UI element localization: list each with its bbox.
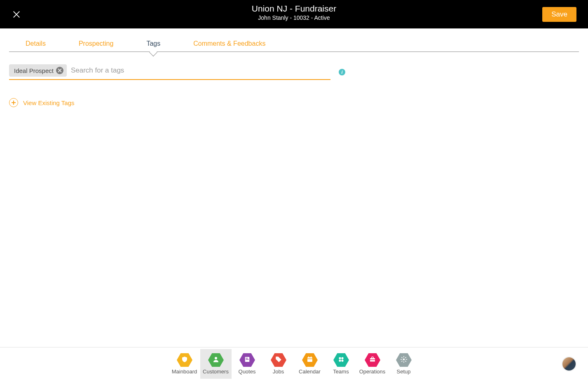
nav-item-label: Mainboard <box>172 368 197 375</box>
close-icon <box>58 68 62 73</box>
nav-item-label: Teams <box>333 368 349 375</box>
teams-icon <box>333 353 349 367</box>
tab-bar: Details Prospecting Tags Comments & Feed… <box>9 36 579 52</box>
tag-chip: Ideal Prospect <box>9 64 67 77</box>
header-title-group: Union NJ - Fundraiser John Stanly - 1003… <box>252 4 336 21</box>
tags-panel: Ideal Prospect i View Existing Tags <box>0 52 588 347</box>
svg-point-13 <box>342 360 343 361</box>
bottom-nav: MainboardCustomersQuotesJobsCalendarTeam… <box>0 347 588 380</box>
tag-chip-label: Ideal Prospect <box>14 67 54 74</box>
operations-icon <box>365 353 380 367</box>
nav-item-label: Jobs <box>273 368 284 375</box>
tab-tags[interactable]: Tags <box>130 36 177 52</box>
page-title: Union NJ - Fundraiser <box>252 4 336 14</box>
customers-icon <box>208 353 224 367</box>
view-existing-label: View Existing Tags <box>23 99 75 106</box>
jobs-icon <box>271 353 286 367</box>
nav-item-label: Operations <box>359 368 386 375</box>
page-subtitle: John Stanly - 10032 - Active <box>252 14 336 21</box>
nav-item-operations[interactable]: Operations <box>357 349 388 379</box>
user-avatar[interactable] <box>562 357 576 371</box>
nav-item-label: Customers <box>203 368 229 375</box>
nav-item-label: Setup <box>397 368 411 375</box>
nav-item-label: Calendar <box>299 368 321 375</box>
svg-point-11 <box>342 357 343 359</box>
svg-point-10 <box>339 357 341 359</box>
close-icon <box>12 10 21 19</box>
nav-item-setup[interactable]: Setup <box>388 349 419 379</box>
svg-point-6 <box>276 357 277 358</box>
nav-item-jobs[interactable]: Jobs <box>263 349 294 379</box>
save-button[interactable]: Save <box>542 7 576 22</box>
nav-item-teams[interactable]: Teams <box>326 349 357 379</box>
tab-details[interactable]: Details <box>9 36 62 52</box>
tag-input-container[interactable]: Ideal Prospect <box>9 64 330 80</box>
calendar-icon <box>302 353 318 367</box>
tag-input-row: Ideal Prospect i <box>9 64 579 80</box>
header-bar: Union NJ - Fundraiser John Stanly - 1003… <box>0 0 588 28</box>
close-button[interactable] <box>12 9 21 19</box>
svg-point-12 <box>339 360 341 361</box>
setup-icon <box>396 353 412 367</box>
tab-prospecting[interactable]: Prospecting <box>62 36 130 52</box>
nav-item-label: Quotes <box>239 368 256 375</box>
tab-comments[interactable]: Comments & Feedbacks <box>177 36 282 52</box>
svg-rect-8 <box>307 357 312 361</box>
quotes-icon <box>239 353 255 367</box>
svg-point-17 <box>403 358 405 360</box>
nav-item-quotes[interactable]: Quotes <box>232 349 263 379</box>
tag-chip-remove-button[interactable] <box>56 67 63 74</box>
nav-item-calendar[interactable]: Calendar <box>294 349 326 379</box>
nav-item-mainboard[interactable]: Mainboard <box>169 349 200 379</box>
info-icon[interactable]: i <box>339 69 345 75</box>
nav-item-customers[interactable]: Customers <box>200 349 232 379</box>
svg-point-2 <box>215 357 217 359</box>
plus-circle-icon <box>9 98 18 107</box>
mainboard-icon <box>177 353 192 367</box>
view-existing-tags-button[interactable]: View Existing Tags <box>9 98 579 107</box>
tag-search-input[interactable] <box>70 65 330 76</box>
